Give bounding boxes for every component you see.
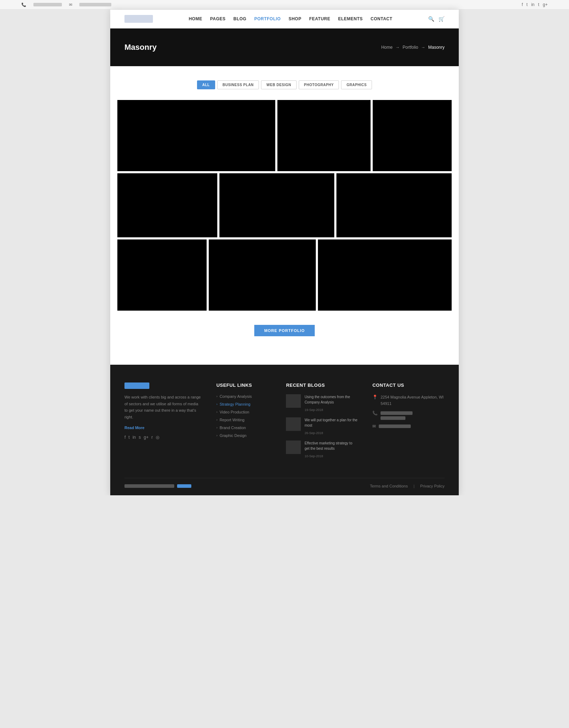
top-bar-contact: 📞 ✉: [21, 2, 111, 7]
nav-contact[interactable]: CONTACT: [371, 16, 392, 21]
link-brand-creation[interactable]: Brand Creation: [219, 426, 246, 430]
filter-graphics[interactable]: GRAPHICS: [341, 80, 372, 89]
footer-link-report-writing: › Report Writing: [216, 418, 272, 422]
footer-link-strategy-planning: › Strategy Planning: [216, 402, 272, 406]
breadcrumb-portfolio[interactable]: Portfolio: [403, 45, 418, 50]
blog-thumb-1[interactable]: [286, 394, 301, 408]
privacy-link[interactable]: Privacy Policy: [420, 484, 445, 488]
terms-link[interactable]: Terms and Conditions: [370, 484, 408, 488]
portfolio-item-5[interactable]: [219, 173, 335, 237]
filter-web-design[interactable]: WEB DESIGN: [261, 80, 296, 89]
contact-address-text: 2254 Magnolia Avenue Appleton, WI 54911: [381, 394, 445, 407]
link-graphic-design[interactable]: Graphic Design: [219, 433, 246, 438]
nav-feature[interactable]: FEATURE: [309, 16, 330, 21]
more-portfolio-button[interactable]: MORE PORTFOLIO: [254, 325, 315, 336]
footer-link-graphic-design: › Graphic Design: [216, 433, 272, 438]
footer-grid: We work with clients big and across a ra…: [124, 383, 445, 464]
filter-business-plan[interactable]: BUSINESS PLAN: [217, 80, 259, 89]
site-wrapper: HOME PAGES BLOG PORTFOLIO SHOP FEATURE E…: [110, 10, 459, 495]
blog-item-1: Using the outcomes from the Company Anal…: [286, 394, 358, 412]
blog-info-3: Effective marketing strategy to get the …: [304, 441, 358, 459]
contact-phone-text: [381, 410, 413, 420]
footer-policy: Terms and Conditions | Privacy Policy: [370, 484, 445, 488]
footer-social-twitter[interactable]: t: [128, 435, 129, 440]
blog-list: Using the outcomes from the Company Anal…: [286, 394, 358, 459]
nav-blog[interactable]: BLOG: [233, 16, 246, 21]
filter-photography[interactable]: PHOTOGRAPHY: [299, 80, 339, 89]
footer: We work with clients big and across a ra…: [110, 365, 459, 495]
link-strategy-planning[interactable]: Strategy Planning: [219, 402, 250, 406]
footer-logo[interactable]: [124, 383, 149, 389]
chevron-icon: ›: [216, 410, 217, 414]
blog-info-2: We will put together a plan for the most…: [304, 417, 358, 436]
top-bar-social: f t in t g+: [522, 2, 548, 7]
social-facebook[interactable]: f: [522, 2, 523, 7]
breadcrumb: Home → Portfolio → Masonry: [381, 45, 445, 50]
policy-divider: |: [414, 484, 415, 488]
footer-about-text: We work with clients big and across a ra…: [124, 394, 202, 421]
breadcrumb-current: Masonry: [428, 45, 445, 50]
nav-elements[interactable]: ELEMENTS: [338, 16, 363, 21]
portfolio-section: ALL BUSINESS PLAN WEB DESIGN PHOTOGRAPHY…: [110, 66, 459, 365]
footer-social-rss[interactable]: r: [151, 435, 153, 440]
portfolio-item-4[interactable]: [117, 173, 217, 237]
address-icon: 📍: [372, 395, 378, 400]
contact-email-text: [379, 423, 411, 428]
chevron-icon: ›: [216, 418, 217, 422]
portfolio-item-2[interactable]: [277, 100, 371, 171]
portfolio-item-7[interactable]: [117, 239, 207, 311]
footer-read-more[interactable]: Read More: [124, 426, 202, 430]
portfolio-item-1[interactable]: [117, 100, 275, 171]
nav-home[interactable]: HOME: [189, 16, 202, 21]
portfolio-item-3[interactable]: [373, 100, 452, 171]
portfolio-item-8[interactable]: [209, 239, 316, 311]
cart-icon[interactable]: 🛒: [438, 16, 445, 22]
main-nav: HOME PAGES BLOG PORTFOLIO SHOP FEATURE E…: [189, 16, 393, 21]
link-video-production[interactable]: Video Production: [219, 410, 249, 414]
link-company-analysis[interactable]: Company Analysis: [219, 394, 252, 399]
email-address: [79, 3, 111, 6]
blog-item-3: Effective marketing strategy to get the …: [286, 441, 358, 459]
social-google[interactable]: g+: [543, 2, 548, 7]
footer-social-other[interactable]: ◎: [156, 435, 159, 440]
blog-title-3: Effective marketing strategy to get the …: [304, 441, 358, 451]
phone-blurred-2: [381, 416, 405, 420]
blog-thumb-2[interactable]: [286, 417, 301, 431]
filter-bar: ALL BUSINESS PLAN WEB DESIGN PHOTOGRAPHY…: [117, 80, 452, 89]
logo[interactable]: [124, 15, 153, 23]
portfolio-item-9[interactable]: [318, 239, 452, 311]
nav-pages[interactable]: PAGES: [210, 16, 226, 21]
top-bar: 📞 ✉ f t in t g+: [0, 0, 569, 10]
footer-link-company-analysis: › Company Analysis: [216, 394, 272, 399]
useful-links-heading: USEFUL LINKS: [216, 383, 272, 388]
footer-link-brand-creation: › Brand Creation: [216, 426, 272, 430]
footer-social-facebook[interactable]: f: [124, 435, 126, 440]
search-icon[interactable]: 🔍: [428, 16, 434, 22]
breadcrumb-arrow-2: →: [421, 45, 425, 50]
footer-links-list: › Company Analysis › Strategy Planning ›…: [216, 394, 272, 438]
chevron-icon: ›: [216, 434, 217, 437]
footer-contact: CONTACT US 📍 2254 Magnolia Avenue Applet…: [372, 383, 445, 464]
nav-icons: 🔍 🛒: [428, 16, 445, 22]
footer-social-skype[interactable]: s: [139, 435, 141, 440]
nav-portfolio[interactable]: PORTFOLIO: [254, 16, 281, 21]
footer-social: f t in s g+ r ◎: [124, 435, 202, 440]
breadcrumb-home[interactable]: Home: [381, 45, 393, 50]
nav-shop[interactable]: SHOP: [288, 16, 301, 21]
filter-all[interactable]: ALL: [197, 80, 215, 89]
social-twitter[interactable]: t: [526, 2, 527, 7]
social-linkedin[interactable]: in: [531, 2, 535, 7]
portfolio-item-6[interactable]: [336, 173, 452, 237]
masonry-grid: [117, 100, 452, 311]
blog-info-1: Using the outcomes from the Company Anal…: [304, 394, 358, 412]
social-tumblr[interactable]: t: [538, 2, 539, 7]
footer-useful-links: USEFUL LINKS › Company Analysis › Strate…: [216, 383, 272, 464]
blog-thumb-3[interactable]: [286, 441, 301, 454]
recent-blogs-heading: RECENT BLOGS: [286, 383, 358, 388]
footer-about: We work with clients big and across a ra…: [124, 383, 202, 464]
blog-date-1: 19-Sep-2018: [304, 408, 323, 412]
link-report-writing[interactable]: Report Writing: [219, 418, 244, 422]
footer-social-googleplus[interactable]: g+: [144, 435, 149, 440]
email-icon-footer: ✉: [372, 424, 376, 429]
footer-social-linkedin[interactable]: in: [133, 435, 136, 440]
